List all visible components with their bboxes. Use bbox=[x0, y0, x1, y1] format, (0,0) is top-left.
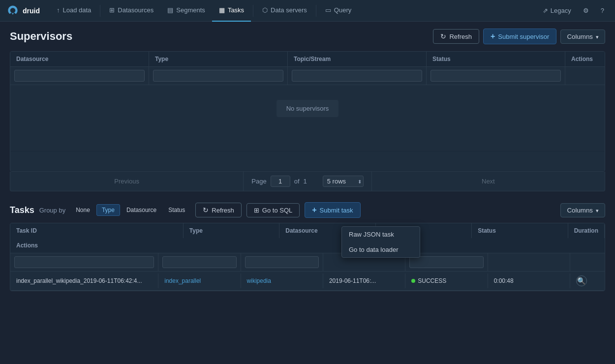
tasks-chevron-icon bbox=[596, 207, 599, 214]
filter-status-cell bbox=[427, 67, 565, 85]
main-content: Supervisors Refresh Submit supervisor Co… bbox=[0, 22, 615, 364]
filter-task-datasource-cell bbox=[241, 253, 323, 271]
refresh-icon bbox=[440, 32, 446, 40]
empty-row-1 bbox=[10, 132, 605, 152]
group-by-buttons: None Type Datasource Status bbox=[70, 204, 190, 216]
filter-task-status-input[interactable] bbox=[409, 256, 483, 268]
nav-item-load-data[interactable]: ↑ Load data bbox=[50, 0, 98, 22]
filter-task-type-input[interactable] bbox=[162, 256, 236, 268]
page-info: Page of 1 bbox=[244, 176, 314, 187]
filter-type-cell bbox=[149, 67, 288, 85]
no-data-row: No supervisors bbox=[10, 85, 605, 132]
submit-task-plus-icon bbox=[312, 206, 316, 214]
legacy-button[interactable]: ⇗ Legacy bbox=[538, 5, 576, 16]
tasks-refresh-button[interactable]: Refresh bbox=[195, 203, 242, 217]
nav-item-query[interactable]: ▭ Query bbox=[318, 0, 358, 22]
nav-separator bbox=[100, 5, 100, 17]
filter-task-datasource-input[interactable] bbox=[245, 256, 319, 268]
td-task-type[interactable]: index_parallel bbox=[158, 273, 241, 288]
group-by-label: Group by bbox=[39, 207, 65, 214]
filter-duration-cell bbox=[488, 253, 570, 271]
go-to-sql-button[interactable]: Go to SQL bbox=[246, 203, 300, 217]
supervisors-refresh-button[interactable]: Refresh bbox=[433, 29, 479, 44]
filter-task-type-cell bbox=[158, 253, 241, 271]
external-icon: ⇗ bbox=[543, 7, 548, 14]
filter-task-id-input[interactable] bbox=[14, 256, 154, 268]
nav-right: ⇗ Legacy ⚙ ? bbox=[538, 5, 609, 16]
tasks-columns-button[interactable]: Columns bbox=[560, 203, 605, 217]
tasks-table-header: Task ID Type Datasource Created time Sta… bbox=[10, 223, 605, 253]
page-input[interactable] bbox=[271, 176, 290, 187]
supervisors-header: Supervisors Refresh Submit supervisor Co… bbox=[10, 29, 605, 44]
supervisors-title: Supervisors bbox=[10, 30, 72, 43]
status-dot bbox=[411, 279, 415, 283]
tasks-col-duration: Duration bbox=[568, 223, 605, 238]
upload-icon: ↑ bbox=[57, 6, 60, 14]
empty-row-2 bbox=[10, 152, 605, 171]
filter-status-input[interactable] bbox=[430, 70, 561, 82]
rows-select-wrapper-container: 5 rows 10 rows 25 rows 50 rows 100 rows bbox=[315, 176, 371, 187]
nav-item-data-servers[interactable]: ⬡ Data servers bbox=[255, 0, 314, 22]
segments-icon: ▤ bbox=[167, 6, 173, 14]
td-actions: 🔍 bbox=[570, 272, 605, 290]
server-icon: ⬡ bbox=[262, 6, 268, 14]
supervisors-section: Supervisors Refresh Submit supervisor Co… bbox=[0, 22, 615, 191]
filter-actions-cell bbox=[565, 67, 605, 85]
nav-item-segments[interactable]: ▤ Segments bbox=[160, 0, 212, 22]
dropdown-item-data-loader[interactable]: Go to data loader bbox=[342, 242, 420, 257]
tasks-section: Tasks Group by None Type Datasource Stat… bbox=[0, 195, 615, 291]
app-logo[interactable]: druid bbox=[6, 4, 40, 18]
submit-task-dropdown: Raw JSON task Go to data loader bbox=[341, 226, 420, 258]
tasks-col-task-id: Task ID bbox=[10, 223, 184, 238]
col-header-type: Type bbox=[149, 52, 288, 66]
group-btn-type[interactable]: Type bbox=[96, 204, 120, 216]
task-action-view-button[interactable]: 🔍 bbox=[576, 275, 587, 286]
submit-task-button[interactable]: Submit task bbox=[305, 202, 360, 218]
col-header-datasource: Datasource bbox=[10, 52, 149, 66]
supervisors-table: Datasource Type Topic/Stream Status Acti… bbox=[10, 51, 605, 172]
supervisors-filter-row bbox=[10, 67, 605, 85]
gear-icon: ⚙ bbox=[583, 7, 589, 14]
nav-item-datasources[interactable]: ⊞ Datasources bbox=[102, 0, 160, 22]
tasks-refresh-icon bbox=[203, 206, 209, 214]
supervisors-actions: Refresh Submit supervisor Columns bbox=[433, 29, 605, 44]
rows-select[interactable]: 5 rows 10 rows 25 rows 50 rows 100 rows bbox=[323, 176, 364, 187]
dropdown-item-raw-json[interactable]: Raw JSON task bbox=[342, 227, 420, 242]
td-created-time: 2019-06-11T06:... bbox=[323, 273, 405, 288]
group-btn-datasource[interactable]: Datasource bbox=[121, 204, 162, 216]
supervisors-pagination: Previous Page of 1 5 rows 10 rows 25 row… bbox=[10, 172, 605, 191]
filter-task-actions-cell bbox=[570, 253, 605, 271]
td-duration: 0:00:48 bbox=[488, 273, 570, 288]
tasks-col-actions: Actions bbox=[10, 238, 184, 253]
tasks-header-left: Tasks Group by None Type Datasource Stat… bbox=[10, 202, 361, 218]
td-task-id: index_parallel_wikipedia_2019-06-11T06:4… bbox=[10, 273, 158, 288]
group-btn-none[interactable]: None bbox=[70, 204, 95, 216]
filter-type-input[interactable] bbox=[153, 70, 283, 82]
submit-task-wrapper: Submit task bbox=[305, 202, 360, 218]
status-badge: SUCCESS bbox=[411, 277, 446, 284]
nav-separator-2 bbox=[253, 5, 253, 17]
topnav: druid ↑ Load data ⊞ Datasources ▤ Segmen… bbox=[0, 0, 615, 22]
help-button[interactable]: ? bbox=[596, 5, 609, 16]
supervisors-columns-button[interactable]: Columns bbox=[560, 30, 605, 44]
td-status: SUCCESS bbox=[405, 273, 488, 288]
col-header-actions: Actions bbox=[565, 52, 605, 66]
tasks-filter-row bbox=[10, 253, 605, 272]
magnify-icon: 🔍 bbox=[577, 277, 585, 285]
nav-item-tasks[interactable]: ▦ Tasks bbox=[212, 0, 251, 22]
help-icon: ? bbox=[601, 7, 604, 14]
filter-topic-input[interactable] bbox=[292, 70, 422, 82]
grid-icon: ⊞ bbox=[109, 6, 115, 14]
rows-select-wrapper: 5 rows 10 rows 25 rows 50 rows 100 rows bbox=[323, 176, 364, 187]
filter-datasource-input[interactable] bbox=[14, 70, 145, 82]
td-task-datasource[interactable]: wikipedia bbox=[241, 273, 323, 288]
settings-button[interactable]: ⚙ bbox=[578, 5, 594, 16]
filter-datasource-cell bbox=[10, 67, 149, 85]
group-btn-status[interactable]: Status bbox=[163, 204, 190, 216]
filter-topic-cell bbox=[288, 67, 427, 85]
filter-task-id-cell bbox=[10, 253, 158, 271]
tasks-title: Tasks bbox=[10, 205, 34, 215]
submit-supervisor-button[interactable]: Submit supervisor bbox=[483, 29, 556, 44]
previous-button[interactable]: Previous bbox=[10, 172, 244, 191]
next-button[interactable]: Next bbox=[371, 172, 605, 191]
